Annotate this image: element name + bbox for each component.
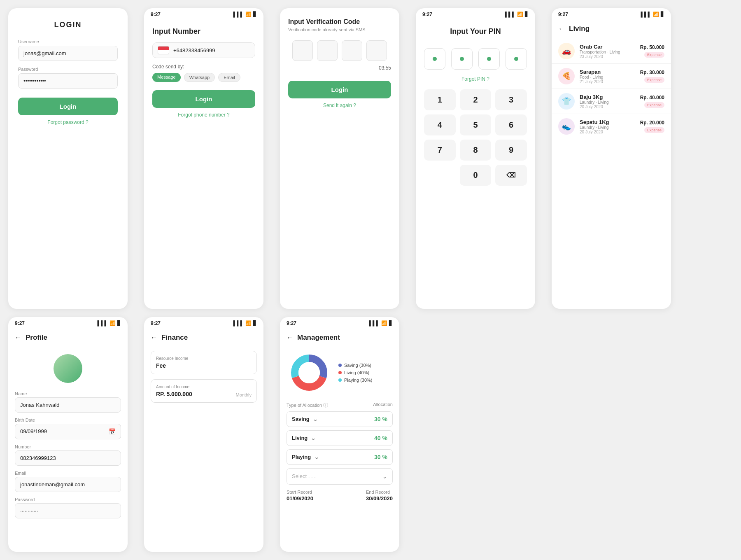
select-chevron-icon (382, 473, 387, 480)
mgmt-back-icon[interactable] (287, 334, 293, 342)
password-input[interactable] (18, 73, 118, 89)
living-amount-0: Rp. 50.000 (640, 44, 664, 50)
birth-value: 09/09/1999 (15, 424, 121, 439)
code-option-whatsapp[interactable]: Whatsapp (184, 73, 215, 82)
num-1[interactable]: 1 (424, 89, 456, 110)
alloc-saving-pct: 30 % (374, 416, 387, 422)
verification-subtitle: Verification code already sent via SMS (288, 27, 391, 32)
amount-row: RP. 5.000.000 Monthly (156, 391, 252, 397)
mgmt-header: Management (280, 329, 399, 346)
birth-group: Birth Date 09/09/1999 (15, 418, 121, 439)
profile-status-bar: 9:27 ▌▌▌ 📶 ▋ (8, 317, 128, 329)
otp-box-4[interactable] (366, 40, 387, 61)
status-time: 9:27 (151, 12, 161, 17)
avatar (54, 354, 82, 383)
login-button[interactable]: Login (18, 98, 118, 115)
living-item-info-0: Grab Car Transportation · Living 23 July… (580, 44, 635, 59)
pin-status-icons: ▌▌▌ 📶 ▋ (505, 12, 529, 17)
living-item-name-3: Sepatu 1Kg (580, 119, 635, 125)
living-item-cat-1: Food · Living (580, 75, 635, 79)
mgmt-signal-icon: ▌▌▌ (369, 320, 380, 326)
pin-dot-2 (451, 48, 473, 70)
living-signal-icon: ▌▌▌ (641, 12, 651, 17)
num-7[interactable]: 7 (424, 140, 456, 161)
input-number-title: Input Number (152, 27, 255, 36)
living-tag-0: Expense (644, 52, 664, 58)
living-wifi-icon: 📶 (653, 12, 659, 17)
phone-input-row[interactable]: +6482338456999 (152, 42, 255, 58)
resource-income-label: Resource Income (156, 356, 252, 361)
profile-status-icons: ▌▌▌ 📶 ▋ (97, 320, 121, 326)
finance-header: Finance (144, 329, 263, 346)
pin-battery-icon: ▋ (525, 12, 529, 17)
password-label: Password (18, 67, 118, 72)
otp-box-3[interactable] (342, 40, 362, 61)
select-row[interactable]: Select . . . (287, 468, 393, 485)
start-date-label: Start Record (287, 490, 313, 495)
pin-dot-1 (424, 48, 445, 70)
profile-back-icon[interactable] (15, 334, 21, 342)
living-tag-3: Expense (644, 127, 664, 133)
living-back-icon[interactable] (558, 25, 565, 33)
num-3[interactable]: 3 (495, 89, 527, 110)
pin-dot-fill-1 (433, 57, 437, 61)
living-item-name-0: Grab Car (580, 44, 635, 50)
resource-income-value: Fee (156, 362, 252, 369)
num-9[interactable]: 9 (495, 140, 527, 161)
email-group: Email jonastindeman@gmail.com (15, 471, 121, 492)
verify-login-button[interactable]: Login (288, 81, 391, 98)
num-0[interactable]: 0 (460, 165, 492, 186)
management-card: 9:27 ▌▌▌ 📶 ▋ Management (280, 317, 399, 552)
otp-row (288, 40, 391, 61)
calendar-icon[interactable] (109, 428, 116, 435)
saving-chevron-icon[interactable] (313, 416, 318, 422)
legend-dot-saving (338, 364, 342, 367)
living-item-date-0: 23 July 2020 (580, 54, 635, 59)
otp-box-1[interactable] (292, 40, 313, 61)
living-item-right-3: Rp. 20.000 Expense (640, 120, 664, 133)
code-option-message[interactable]: Message (152, 73, 181, 82)
forgot-phone-link[interactable]: Forgot phone number ? (152, 112, 255, 118)
username-input[interactable] (18, 46, 118, 61)
living-item-3: 👟 Sepatu 1Kg Laundry · Living 20 July 20… (552, 114, 671, 139)
finance-back-icon[interactable] (151, 334, 157, 342)
code-option-email[interactable]: Email (218, 73, 240, 82)
forgot-password-link[interactable]: Forgot password ? (18, 119, 118, 125)
svg-point-3 (298, 362, 320, 383)
alloc-living-row: Living 40 % (287, 430, 393, 446)
num-4[interactable]: 4 (424, 114, 456, 135)
num-6[interactable]: 6 (495, 114, 527, 135)
num-2[interactable]: 2 (460, 89, 492, 110)
profile-header: Profile (8, 329, 128, 346)
end-date-value: 30/09/2020 (366, 495, 393, 502)
playing-chevron-icon[interactable] (314, 454, 319, 460)
login-button-number[interactable]: Login (152, 90, 255, 108)
otp-box-2[interactable] (317, 40, 338, 61)
code-options: Message Whatsapp Email (152, 73, 255, 82)
finance-wifi-icon: 📶 (245, 320, 252, 326)
start-date-group: Start Record 01/09/2020 (287, 490, 313, 502)
mgmt-wifi-icon: 📶 (381, 320, 387, 326)
signal-icon: ▌▌▌ (233, 12, 244, 17)
profile-password-label: Password (15, 497, 121, 502)
finance-status-time: 9:27 (151, 320, 161, 326)
monthly-tag: Monthly (235, 392, 252, 397)
pin-wifi-icon: 📶 (517, 12, 523, 17)
living-status-time: 9:27 (558, 12, 568, 17)
profile-card: 9:27 ▌▌▌ 📶 ▋ Profile Name Jonas Kahnwald… (8, 317, 128, 552)
password-group: Password (18, 67, 118, 89)
donut-chart (287, 350, 332, 395)
living-chevron-icon[interactable] (311, 435, 316, 441)
profile-password-group: Password ············ (15, 497, 121, 518)
send-again-link[interactable]: Send it again ? (288, 103, 391, 108)
wifi-icon: 📶 (245, 12, 252, 17)
forgot-pin-link[interactable]: Forgot PIN ? (424, 76, 527, 82)
num-5[interactable]: 5 (460, 114, 492, 135)
name-label: Name (15, 391, 121, 396)
donut-row: Saving (30%) Living (40%) Playing (30%) (287, 350, 393, 395)
num-del[interactable]: ⌫ (495, 165, 527, 186)
email-value: jonastindeman@gmail.com (15, 477, 121, 492)
legend-dot-living (338, 371, 342, 374)
num-8[interactable]: 8 (460, 140, 492, 161)
profile-title: Profile (26, 334, 47, 342)
